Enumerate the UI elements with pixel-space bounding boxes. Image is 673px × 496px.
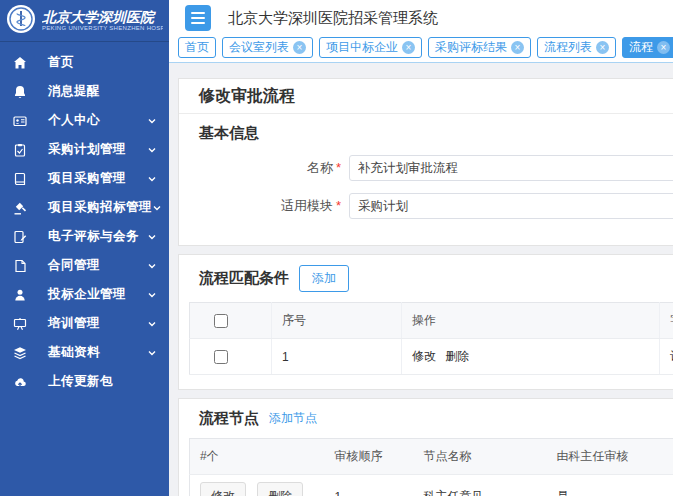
hospital-logo-icon [6,4,36,38]
condition-clipped-value: 计 [660,339,673,375]
add-node-link[interactable]: 添加节点 [269,410,317,427]
name-field-label: 名称 [307,160,333,175]
tab-project-winning-companies[interactable]: 项目中标企业 [319,37,422,58]
required-asterisk: * [336,160,341,175]
sidebar-item-messages[interactable]: 消息提醒 [0,77,169,106]
condition-row: 1 修改 删除 计 [190,339,673,375]
sidebar-item-e-evaluation[interactable]: 电子评标与会务 [0,222,169,251]
chevron-down-icon [147,174,157,184]
chevron-down-icon [152,203,162,213]
tab-meeting-room-list[interactable]: 会议室列表 [222,37,313,58]
module-input[interactable] [349,193,673,219]
home-icon [12,55,27,70]
col-seq: 序号 [272,303,402,339]
match-conditions-table: 序号 操作 字 1 修改 删除 计 [189,302,673,375]
menu-toggle-button[interactable] [185,5,211,31]
module-field-row: 适用模块* [179,193,673,219]
book-icon [12,171,27,186]
tab-home[interactable]: 首页 [178,37,216,58]
tab-process-list[interactable]: 流程列表 [537,37,616,58]
contract-icon [12,258,27,273]
col-dept: 由科主任审核 [547,439,673,475]
required-asterisk: * [336,198,341,213]
content-area: 修改审批流程 基本信息 名称* 适用模块* 流程匹配条件 添加 [169,63,673,496]
row-checkbox[interactable] [214,350,228,364]
sidebar-item-purchase-plan-mgmt[interactable]: 采购计划管理 [0,135,169,164]
name-input[interactable] [349,155,673,181]
sidebar: 北京大学深圳医院 PEKING UNIVERSITY SHENZHEN HOSP… [0,0,169,496]
col-name: 节点名称 [414,439,547,475]
sidebar-menu: 首页 消息提醒 个人中心 采购计划管理 项目采购管理 项目采购招标管理 [0,42,169,396]
sidebar-item-bidder-company-mgmt[interactable]: 投标企业管理 [0,280,169,309]
node-row: 修改 删除 1 科主任意见 是 [190,475,673,496]
delete-link[interactable]: 删除 [445,349,469,363]
node-dept-review: 是 [547,475,673,496]
sidebar-item-project-bidding-mgmt[interactable]: 项目采购招标管理 [0,193,169,222]
sidebar-item-training-mgmt[interactable]: 培训管理 [0,309,169,338]
table-header-row: 序号 操作 字 [190,303,673,339]
col-ops: 操作 [402,303,660,339]
match-conditions-heading: 流程匹配条件 [199,269,289,288]
node-name: 科主任意见 [414,475,547,496]
chevron-down-icon [147,261,157,271]
hospital-name-en: PEKING UNIVERSITY SHENZHEN HOSPITAL [42,25,163,32]
flow-nodes-card: 流程节点 添加节点 #个 审核顺序 节点名称 由科主任审核 修改 [178,398,673,496]
name-field-row: 名称* [179,155,673,181]
close-icon[interactable] [596,41,609,54]
condition-seq: 1 [272,339,402,375]
col-clipped: 字 [660,303,673,339]
chevron-down-icon [147,116,157,126]
edit-link[interactable]: 修改 [412,349,436,363]
sidebar-item-project-purchase-mgmt[interactable]: 项目采购管理 [0,164,169,193]
user-icon [12,287,27,302]
chevron-down-icon [147,348,157,358]
sidebar-item-upload-update-package[interactable]: 上传更新包 [0,367,169,396]
sidebar-item-personal-center[interactable]: 个人中心 [0,106,169,135]
tab-bar: 首页 会议室列表 项目中标企业 采购评标结果 流程列表 流程 [169,36,673,63]
training-icon [12,316,27,331]
col-actions: #个 [190,439,325,475]
layers-icon [12,345,27,360]
edit-button[interactable]: 修改 [200,482,246,496]
sidebar-item-basic-data[interactable]: 基础资料 [0,338,169,367]
select-all-checkbox[interactable] [214,314,228,328]
close-icon[interactable] [511,41,524,54]
hospital-logo: 北京大学深圳医院 PEKING UNIVERSITY SHENZHEN HOSP… [0,0,169,42]
close-icon[interactable] [402,41,415,54]
basic-info-card: 修改审批流程 基本信息 名称* 适用模块* [178,78,673,246]
node-order: 1 [325,475,414,496]
tab-evaluation-results[interactable]: 采购评标结果 [428,37,531,58]
hospital-name-zh: 北京大学深圳医院 [42,10,163,25]
close-icon[interactable] [657,41,670,54]
bell-icon [12,84,27,99]
tab-process[interactable]: 流程 [622,37,673,58]
cloud-upload-icon [12,374,27,389]
sidebar-item-home[interactable]: 首页 [0,48,169,77]
flow-nodes-table: #个 审核顺序 节点名称 由科主任审核 修改 删除 1 科主任意见 [189,438,673,496]
page-title: 修改审批流程 [179,79,673,114]
chevron-down-icon [147,145,157,155]
delete-button[interactable]: 删除 [257,482,303,496]
doc-edit-icon [12,229,27,244]
add-condition-button[interactable]: 添加 [299,265,349,292]
sidebar-item-contract-mgmt[interactable]: 合同管理 [0,251,169,280]
module-field-label: 适用模块 [281,198,333,213]
flow-nodes-heading: 流程节点 [199,409,259,428]
chevron-down-icon [147,319,157,329]
id-card-icon [12,113,27,128]
basic-info-heading: 基本信息 [179,114,673,151]
chevron-down-icon [147,232,157,242]
col-order: 审核顺序 [325,439,414,475]
app-title: 北京大学深圳医院招采管理系统 [228,9,438,28]
chevron-down-icon [147,290,157,300]
table-header-row: #个 审核顺序 节点名称 由科主任审核 [190,439,673,475]
close-icon[interactable] [293,41,306,54]
gavel-icon [12,200,27,215]
main-area: 北京大学深圳医院招采管理系统 首页 会议室列表 项目中标企业 采购评标结果 流程… [169,0,673,496]
top-bar: 北京大学深圳医院招采管理系统 [169,0,673,36]
match-conditions-card: 流程匹配条件 添加 序号 操作 字 1 [178,254,673,390]
clipboard-icon [12,142,27,157]
